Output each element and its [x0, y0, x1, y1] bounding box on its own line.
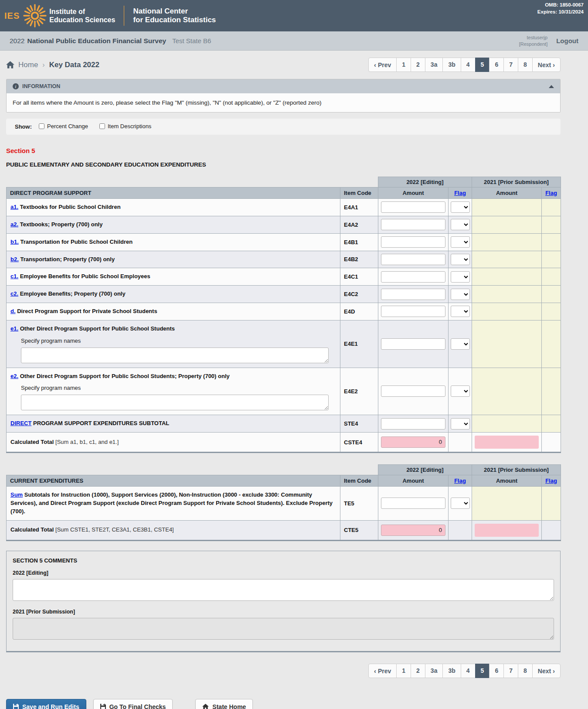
row-link-direct[interactable]: DIRECT — [10, 420, 31, 426]
amount-2021-cell — [472, 368, 542, 415]
page-3a-button[interactable]: 3a — [425, 664, 443, 678]
table-row-E4A2: a2. Textbooks; Property (700) onlyE4A2 — [7, 216, 561, 233]
flag-2021-cell — [542, 520, 561, 540]
breadcrumb-home-link[interactable]: Home — [18, 61, 38, 69]
table-row-STE4: DIRECT PROGRAM SUPPORT EXPENDITURES SUBT… — [7, 415, 561, 433]
page-3b-button[interactable]: 3b — [442, 58, 461, 72]
amount-input-2022-E4A1[interactable] — [381, 201, 445, 213]
flag-select-2022-STE4[interactable] — [451, 418, 470, 429]
amount-input-2022-E4E2[interactable] — [381, 385, 445, 397]
flag-select-2022-E4C2[interactable] — [451, 289, 470, 300]
amount-input-2022-STE4[interactable] — [381, 418, 445, 429]
row-label: Other Direct Program Support for Public … — [18, 325, 175, 332]
row-link-c1[interactable]: c1. — [10, 273, 18, 280]
row-label: Transportation for Public School Childre… — [19, 239, 133, 245]
flag-header-link[interactable]: Flag — [454, 190, 466, 196]
item-descriptions-checkbox[interactable] — [99, 123, 105, 129]
amount-input-2022-E4B2[interactable] — [381, 254, 445, 265]
show-option-label: Percent Change — [47, 123, 88, 130]
row-link-e1[interactable]: e1. — [10, 325, 18, 332]
table-row-E4B2: b2. Transportation; Property (700) onlyE… — [7, 251, 561, 268]
show-option-percent-change[interactable]: Percent Change — [39, 123, 88, 130]
logout-link[interactable]: Logout — [556, 37, 578, 44]
amount-2021-cell — [472, 520, 542, 540]
flag-2021-cell — [542, 487, 561, 521]
flag-select-2022-E4E2[interactable] — [451, 385, 470, 397]
page-5-button[interactable]: 5 — [475, 58, 490, 72]
amount-2022-cell — [378, 320, 449, 368]
amount-input-2022-E4C2[interactable] — [381, 289, 445, 300]
state-home-button[interactable]: State Home — [195, 699, 253, 709]
page-7-button[interactable]: 7 — [503, 58, 518, 72]
year-2021-header: 2021 [Prior Submission] — [472, 465, 561, 475]
page-prev-button[interactable]: ‹ Prev — [368, 58, 397, 72]
page-7-button[interactable]: 7 — [503, 664, 518, 678]
flag-select-2022-E4E1[interactable] — [451, 338, 470, 350]
page-2-button[interactable]: 2 — [411, 58, 425, 72]
row-label-cell: c2. Employee Benefits; Property (700) on… — [7, 286, 340, 303]
flag-select-2022-E4B2[interactable] — [451, 254, 470, 265]
specify-textarea-E4E2[interactable] — [21, 395, 329, 410]
item-code-CTE5: CTE5 — [340, 520, 378, 540]
page-4-button[interactable]: 4 — [461, 58, 476, 72]
row-link-d[interactable]: d. — [10, 308, 16, 314]
row-link-sum[interactable]: Sum — [10, 491, 23, 498]
row-label: PROGRAM SUPPORT EXPENDITURES SUBTOTAL — [31, 420, 169, 426]
flag-select-2022-E4B1[interactable] — [451, 236, 470, 248]
page-8-button[interactable]: 8 — [518, 58, 533, 72]
page-6-button[interactable]: 6 — [489, 58, 504, 72]
page-next-button[interactable]: Next › — [532, 58, 561, 72]
logo-divider — [124, 6, 124, 26]
row-link-b2[interactable]: b2. — [10, 256, 19, 262]
flag-2021-cell — [542, 433, 561, 453]
row-link-b1[interactable]: b1. — [10, 239, 19, 245]
amount-input-2022-E4A2[interactable] — [381, 219, 445, 230]
page-4-button[interactable]: 4 — [461, 664, 476, 678]
nces-line2: for Education Statistics — [133, 16, 216, 24]
amount-input-2022-E4C1[interactable] — [381, 271, 445, 283]
page-2-button[interactable]: 2 — [411, 664, 425, 678]
row-link-a2[interactable]: a2. — [10, 221, 18, 228]
amount-input-2022-TE5[interactable] — [381, 498, 445, 509]
page-8-button[interactable]: 8 — [518, 664, 533, 678]
amount-input-2022-E4E1[interactable] — [381, 338, 445, 350]
page-3b-button[interactable]: 3b — [442, 664, 461, 678]
row-label: Employee Benefits; Property (700) only — [18, 290, 126, 297]
collapse-chevron-icon[interactable] — [549, 85, 554, 88]
flag-header-link[interactable]: Flag — [454, 477, 466, 484]
save-and-run-edits-button[interactable]: Save and Run Edits — [6, 699, 86, 709]
institute-line1: Institute of — [49, 7, 115, 16]
comments-2022-textarea[interactable] — [13, 579, 554, 601]
flag-select-2022-TE5[interactable] — [451, 498, 470, 509]
flag-header-link[interactable]: Flag — [545, 190, 557, 196]
row-label-cell: a2. Textbooks; Property (700) only — [7, 216, 340, 233]
page-3a-button[interactable]: 3a — [425, 58, 443, 72]
show-option-item-descriptions[interactable]: Item Descriptions — [99, 123, 151, 130]
flag-select-2022-E4C1[interactable] — [451, 271, 470, 283]
flag-2021-cell — [542, 368, 561, 415]
calculated-total-label: Calculated Total — [10, 439, 54, 445]
specify-textarea-E4E1[interactable] — [21, 348, 329, 363]
flag-header-link[interactable]: Flag — [545, 477, 557, 484]
page-1-button[interactable]: 1 — [396, 58, 411, 72]
percent-change-checkbox[interactable] — [39, 123, 44, 129]
page-6-button[interactable]: 6 — [489, 664, 504, 678]
amount-input-2022-E4B1[interactable] — [381, 236, 445, 248]
flag-2022-header: Flag — [449, 475, 472, 487]
flag-select-2022-E4A2[interactable] — [451, 219, 470, 230]
page-5-button[interactable]: 5 — [475, 664, 490, 678]
table-row-CTE5: Calculated Total [Sum CSTE1, STE2T, CE3A… — [7, 520, 561, 540]
home-icon — [6, 61, 14, 68]
current-expenditures-table: 2022 [Editing] 2021 [Prior Submission] C… — [6, 464, 561, 541]
page-next-button[interactable]: Next › — [532, 664, 561, 678]
page-1-button[interactable]: 1 — [396, 664, 411, 678]
flag-select-2022-E4A1[interactable] — [451, 201, 470, 213]
row-link-c2[interactable]: c2. — [10, 290, 18, 297]
row-label-cell: Sum Subtotals for Instruction (1000), Su… — [7, 487, 340, 521]
row-link-e2[interactable]: e2. — [10, 373, 18, 379]
amount-input-2022-E4D[interactable] — [381, 306, 445, 317]
flag-select-2022-E4D[interactable] — [451, 306, 470, 317]
page-prev-button[interactable]: ‹ Prev — [368, 664, 397, 678]
row-link-a1[interactable]: a1. — [10, 204, 18, 210]
go-to-final-checks-button[interactable]: Go To Final Checks — [93, 699, 173, 709]
